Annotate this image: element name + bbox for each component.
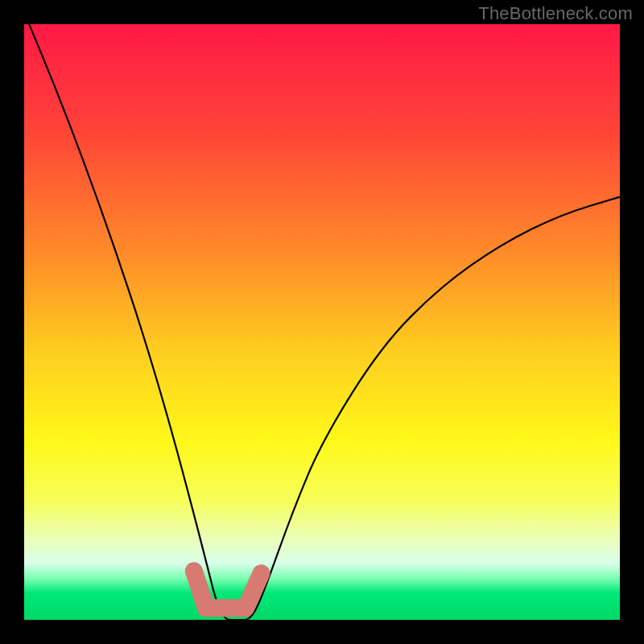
watermark-text: TheBottleneck.com xyxy=(478,3,633,24)
bottleneck-curve xyxy=(24,24,620,620)
chart-frame xyxy=(24,24,620,620)
chart-svg xyxy=(24,24,620,620)
bottom-accent-shape xyxy=(194,571,262,608)
